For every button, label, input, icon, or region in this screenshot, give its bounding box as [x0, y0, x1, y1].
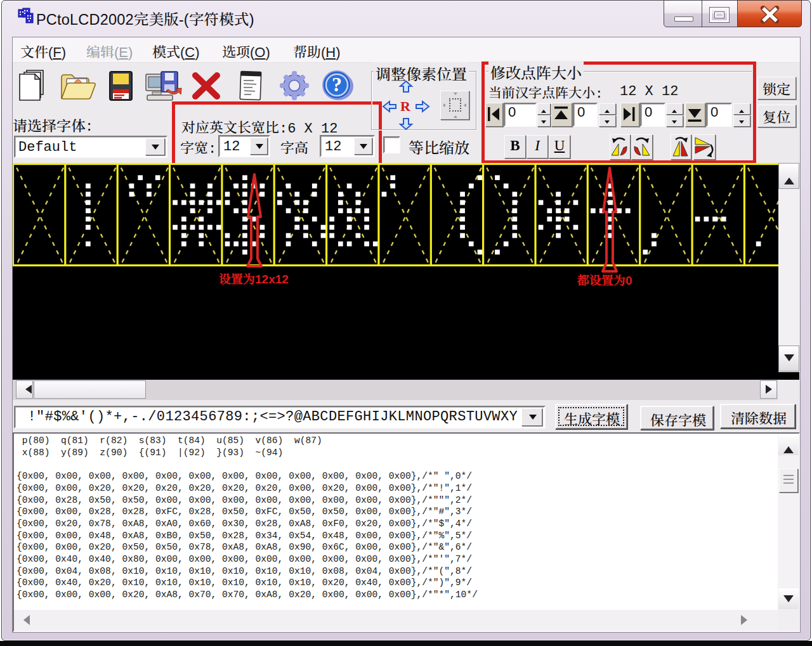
svg-text:?: ? [332, 73, 342, 96]
